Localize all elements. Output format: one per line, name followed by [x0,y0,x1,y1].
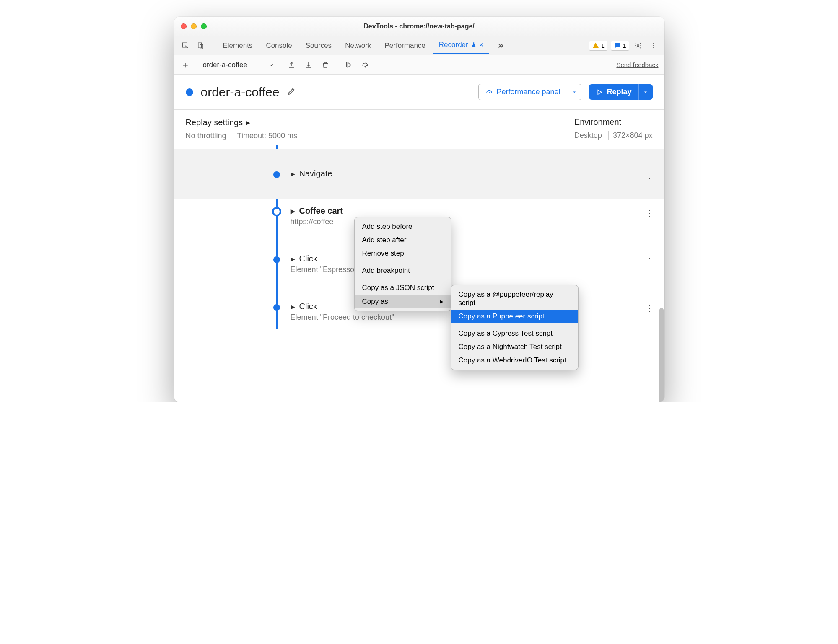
tab-recorder[interactable]: Recorder × [433,37,489,54]
timeline-node [273,304,280,311]
import-icon[interactable] [303,61,314,69]
separator [197,60,197,70]
env-device-value: Desktop [574,131,602,140]
chevron-right-icon: ▶ [291,303,295,310]
recorder-subbar: ＋ order-a-coffee Send feedback [174,55,664,75]
chevron-right-icon: ▶ [291,256,295,262]
performance-panel-main[interactable]: Performance panel [479,84,567,100]
menu-remove-step[interactable]: Remove step [355,247,451,260]
chevron-right-icon: ▸ [440,297,444,306]
send-feedback-link[interactable]: Send feedback [616,61,658,68]
separator [212,41,212,51]
export-icon[interactable] [286,61,297,69]
step-replay-icon[interactable] [343,61,354,69]
more-tabs-button[interactable] [491,37,510,54]
submenu-puppeteer[interactable]: Copy as a Puppeteer script [451,310,578,323]
step-subtitle: https://coffee [291,217,653,226]
flask-icon [471,42,477,48]
submenu-puppeteer-replay[interactable]: Copy as a @puppeteer/replay script [451,288,578,310]
replay-button-dropdown[interactable] [638,84,653,100]
chevron-down-icon [572,88,577,96]
replay-button: Replay [589,84,652,100]
menu-copy-as-label: Copy as [362,297,388,306]
warning-icon [592,42,599,49]
step-kebab-menu[interactable]: ⋮ [645,256,653,266]
recording-selector[interactable]: order-a-coffee [203,61,274,69]
inspect-icon[interactable] [179,39,192,52]
chevron-right-icon: ▶ [291,208,295,215]
menu-add-step-before[interactable]: Add step before [355,220,451,233]
step-title-text: Navigate [299,169,332,178]
chevron-down-icon [643,88,648,96]
messages-badge[interactable]: 1 [611,41,629,51]
edit-title-icon[interactable] [287,87,296,98]
warnings-badge[interactable]: 1 [589,41,607,51]
chevron-right-icon: ▸ [246,117,250,127]
menu-copy-as[interactable]: Copy as ▸ [355,295,451,308]
main-toolbar: Elements Console Sources Network Perform… [174,36,664,55]
tab-performance[interactable]: Performance [379,37,431,54]
gear-icon [634,42,642,49]
tab-recorder-label: Recorder [439,41,468,49]
tab-network[interactable]: Network [339,37,377,54]
timeline-node [273,171,280,178]
replay-button-main[interactable]: Replay [589,84,638,100]
menu-separator [355,279,451,279]
replay-settings-col: Replay settings ▸ No throttling Timeout:… [186,117,297,140]
new-recording-icon[interactable]: ＋ [180,59,191,71]
performance-panel-button: Performance panel [478,84,581,100]
step-title-text: Click [299,302,317,311]
step-kebab-menu[interactable]: ⋮ [645,208,653,218]
recording-header: order-a-coffee Performance panel Replay [174,75,664,110]
separator [337,60,337,70]
performance-panel-dropdown[interactable] [567,84,581,100]
chevron-double-right-icon [497,42,504,49]
environment-col: Environment Desktop 372×804 px [574,117,653,140]
tab-elements[interactable]: Elements [217,37,259,54]
environment-meta: Desktop 372×804 px [574,131,653,140]
menu-add-step-after[interactable]: Add step after [355,233,451,247]
svg-point-4 [365,66,366,67]
close-tab-icon[interactable]: × [479,41,484,49]
chevron-down-icon [268,61,274,69]
step-context-menu: Add step before Add step after Remove st… [354,217,451,311]
delete-icon[interactable] [320,61,331,69]
panel-tabs: Elements Console Sources Network Perform… [217,37,586,54]
step-kebab-menu[interactable]: ⋮ [645,171,653,181]
environment-heading: Environment [574,117,653,127]
menu-copy-json[interactable]: Copy as a JSON script [355,281,451,295]
step-kebab-menu[interactable]: ⋮ [645,303,653,313]
menu-separator [355,262,451,262]
replay-button-label: Replay [607,88,631,96]
tab-console[interactable]: Console [260,37,298,54]
warnings-count: 1 [601,42,605,49]
device-toolbar-icon[interactable] [194,39,207,52]
recording-title: order-a-coffee [201,85,280,99]
recording-status-dot [186,88,193,96]
message-icon [614,42,621,49]
chevron-right-icon: ▶ [291,171,295,177]
menu-add-breakpoint[interactable]: Add breakpoint [355,264,451,277]
env-viewport-value: 372×804 px [613,131,653,140]
submenu-nightwatch[interactable]: Copy as a Nightwatch Test script [451,340,578,354]
scrollbar[interactable] [659,308,664,402]
settings-icon[interactable] [632,39,644,52]
kebab-menu-icon[interactable]: ⋮ [647,39,659,52]
throttling-value: No throttling [186,132,226,140]
step-subtitle: Element "Espresso Macchiato" [291,265,653,274]
timeline-node [273,256,280,263]
submenu-webdriverio[interactable]: Copy as a WebdriverIO Test script [451,354,578,367]
replay-settings-heading[interactable]: Replay settings ▸ [186,117,297,127]
badge-group: 1 1 [589,41,629,51]
step-navigate[interactable]: ▶Navigate ⋮ [174,149,664,199]
step-over-icon[interactable] [360,61,371,69]
svg-point-3 [637,44,639,47]
tab-sources[interactable]: Sources [300,37,337,54]
timeout-value: Timeout: 5000 ms [237,132,297,140]
recording-name-label: order-a-coffee [203,61,247,69]
submenu-cypress[interactable]: Copy as a Cypress Test script [451,327,578,340]
replay-settings-meta: No throttling Timeout: 5000 ms [186,132,297,140]
titlebar: DevTools - chrome://new-tab-page/ [174,17,664,36]
window-title: DevTools - chrome://new-tab-page/ [174,23,664,30]
menu-separator [451,325,578,325]
